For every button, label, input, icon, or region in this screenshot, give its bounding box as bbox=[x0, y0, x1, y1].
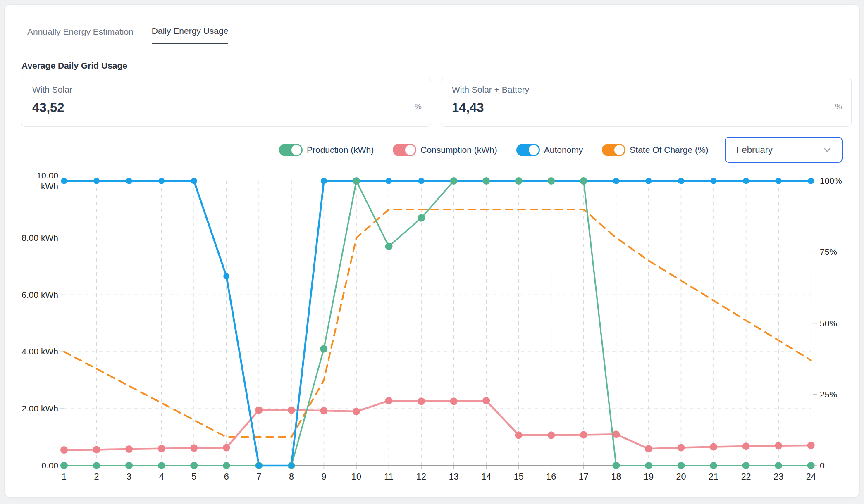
legend-toggle-production[interactable] bbox=[279, 144, 303, 156]
tab-bar: Annually Energy Estimation Daily Energy … bbox=[27, 26, 228, 44]
legend-label: Consumption (kWh) bbox=[420, 145, 497, 155]
svg-text:2.00 kWh: 2.00 kWh bbox=[21, 404, 58, 413]
legend-toggle-consumption[interactable] bbox=[393, 144, 416, 156]
svg-text:50%: 50% bbox=[820, 319, 837, 328]
svg-text:24: 24 bbox=[806, 472, 816, 482]
svg-text:25%: 25% bbox=[820, 390, 837, 399]
legend-label: State Of Charge (%) bbox=[630, 145, 708, 155]
svg-text:18: 18 bbox=[611, 472, 621, 482]
legend-toggle-autonomy[interactable] bbox=[516, 144, 540, 156]
percent-unit: % bbox=[835, 102, 842, 111]
svg-text:5: 5 bbox=[191, 472, 196, 482]
svg-text:14: 14 bbox=[481, 472, 491, 482]
toggle-knob bbox=[405, 145, 415, 155]
tab-annually-energy-estimation[interactable]: Annually Energy Estimation bbox=[27, 26, 134, 44]
svg-text:100%: 100% bbox=[820, 176, 842, 185]
daily-energy-chart: 1234567891011121314151617181920212223241… bbox=[5, 164, 864, 494]
svg-text:3: 3 bbox=[126, 472, 131, 482]
svg-text:23: 23 bbox=[773, 472, 783, 482]
svg-text:4.00 kWh: 4.00 kWh bbox=[21, 347, 58, 356]
legend-toggle-state-of-charge[interactable] bbox=[602, 144, 625, 156]
tab-daily-energy-usage[interactable]: Daily Energy Usage bbox=[152, 26, 229, 44]
svg-text:11: 11 bbox=[384, 472, 393, 482]
month-select-value: February bbox=[736, 145, 822, 155]
svg-text:0: 0 bbox=[820, 461, 825, 470]
svg-text:2: 2 bbox=[94, 472, 99, 482]
svg-text:75%: 75% bbox=[820, 247, 837, 257]
svg-text:10: 10 bbox=[351, 472, 361, 482]
svg-text:7: 7 bbox=[256, 472, 261, 482]
svg-text:21: 21 bbox=[709, 472, 718, 482]
svg-text:8.00 kWh: 8.00 kWh bbox=[21, 233, 58, 242]
month-select[interactable]: February bbox=[725, 137, 843, 163]
chevron-down-icon bbox=[822, 145, 833, 155]
stat-card-with-solar: With Solar 43,52 % bbox=[21, 78, 431, 127]
svg-text:8: 8 bbox=[289, 472, 294, 482]
stat-card-with-solar-battery: With Solar + Battery 14,43 % bbox=[441, 78, 852, 127]
legend-label: Production (kWh) bbox=[307, 145, 374, 155]
chart-area: 1234567891011121314151617181920212223241… bbox=[5, 164, 864, 494]
legend-item: Production (kWh) bbox=[279, 144, 374, 156]
percent-unit: % bbox=[415, 102, 422, 111]
stat-label: With Solar + Battery bbox=[452, 85, 840, 95]
legend-item: State Of Charge (%) bbox=[602, 144, 708, 156]
svg-text:1: 1 bbox=[62, 472, 67, 482]
svg-text:15: 15 bbox=[514, 472, 524, 482]
svg-text:22: 22 bbox=[741, 472, 751, 482]
toggle-knob bbox=[614, 145, 624, 155]
svg-text:16: 16 bbox=[546, 472, 556, 482]
legend-label: Autonomy bbox=[544, 145, 583, 155]
svg-text:kWh: kWh bbox=[41, 181, 58, 191]
svg-text:9: 9 bbox=[321, 472, 326, 482]
svg-text:0.00: 0.00 bbox=[41, 461, 58, 470]
toggle-knob bbox=[529, 145, 539, 155]
svg-text:6: 6 bbox=[224, 472, 229, 482]
svg-text:12: 12 bbox=[416, 472, 426, 482]
svg-text:6.00 kWh: 6.00 kWh bbox=[21, 290, 58, 300]
svg-text:20: 20 bbox=[676, 472, 686, 482]
dashboard-card: Annually Energy Estimation Daily Energy … bbox=[4, 4, 860, 498]
toggle-knob bbox=[291, 145, 301, 155]
svg-text:13: 13 bbox=[449, 472, 459, 482]
svg-text:4: 4 bbox=[159, 472, 164, 482]
stat-value: 43,52 bbox=[32, 100, 420, 115]
legend-item: Autonomy bbox=[516, 144, 583, 156]
stat-label: With Solar bbox=[32, 85, 420, 95]
stat-value: 14,43 bbox=[452, 100, 840, 115]
page-title: Average Daily Grid Usage bbox=[21, 61, 127, 71]
chart-legend: Production (kWh)Consumption (kWh)Autonom… bbox=[279, 144, 709, 156]
svg-text:19: 19 bbox=[644, 472, 654, 482]
svg-text:10.00: 10.00 bbox=[36, 171, 58, 180]
svg-text:17: 17 bbox=[579, 472, 589, 482]
legend-item: Consumption (kWh) bbox=[393, 144, 497, 156]
